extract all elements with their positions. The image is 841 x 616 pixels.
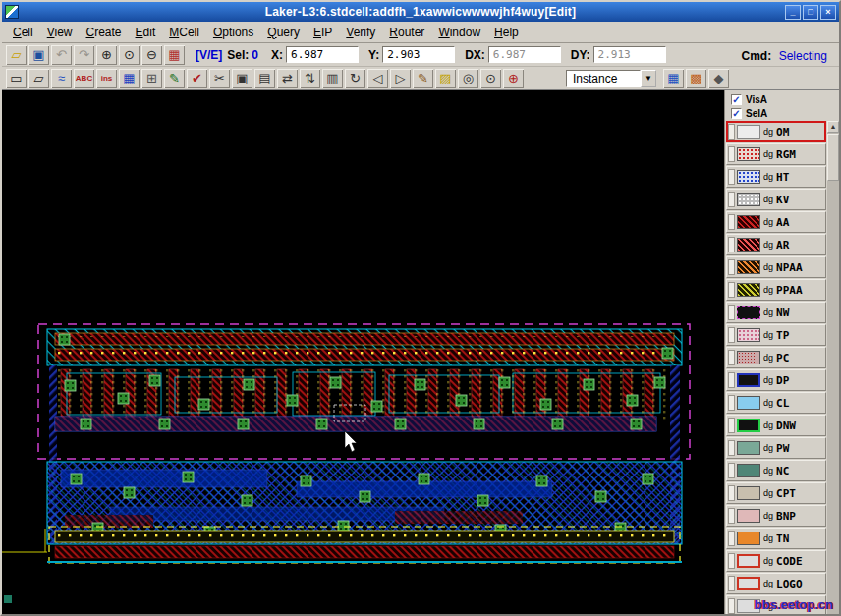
layer-swatch[interactable] [737, 238, 760, 252]
layer-swatch[interactable] [737, 147, 760, 161]
color-palette-button[interactable]: ▩ [686, 69, 706, 88]
layer-visibility-cell[interactable] [728, 237, 735, 252]
cut-button[interactable]: ✂ [209, 69, 230, 88]
layer-row-dp[interactable]: dgDP [726, 369, 826, 391]
menu-options[interactable]: Options [206, 24, 260, 41]
probe-button[interactable]: ◎ [458, 69, 478, 88]
layer-visibility-cell[interactable] [728, 598, 735, 614]
layer-visibility-cell[interactable] [728, 305, 735, 320]
instance-dropdown-value[interactable]: Instance [566, 70, 641, 87]
layer-row-bnp[interactable]: dgBNP [726, 505, 826, 527]
layer-swatch[interactable] [737, 441, 760, 455]
layer-visibility-cell[interactable] [728, 531, 735, 546]
close-button[interactable]: × [820, 5, 836, 20]
fill-brush-button[interactable]: ▨ [435, 69, 456, 88]
mirror-y-button[interactable]: ▷ [390, 69, 411, 88]
chevron-down-icon[interactable]: ▼ [641, 70, 656, 87]
layer-visibility-cell[interactable] [728, 214, 735, 230]
menu-window[interactable]: Window [431, 24, 487, 41]
create-label-button[interactable]: ABC [74, 69, 94, 88]
layer-swatch[interactable] [737, 419, 760, 432]
layer-swatch[interactable] [737, 486, 760, 500]
draw-pencil-button[interactable]: ✎ [413, 69, 433, 88]
layer-row-tn[interactable]: dgTN [726, 528, 826, 549]
layer-row-tp[interactable]: dgTP [726, 324, 826, 346]
draw-rectangle-button[interactable]: ▭ [6, 69, 27, 88]
layer-row-aa[interactable]: dgAA [726, 211, 826, 233]
layer-row-pc[interactable]: dgPC [726, 347, 826, 368]
instance-dropdown[interactable]: Instance ▼ [566, 70, 656, 87]
layer-swatch[interactable] [737, 283, 760, 297]
menu-cell[interactable]: Cell [6, 24, 40, 41]
layer-row-nc[interactable]: dgNC [726, 460, 826, 481]
minimize-button[interactable]: _ [785, 5, 801, 20]
sela-checkbox[interactable]: ✓ [731, 108, 742, 119]
layer-visibility-cell[interactable] [728, 576, 735, 591]
layer-row-pw[interactable]: dgPW [726, 437, 826, 459]
layer-row-dnw[interactable]: dgDNW [726, 415, 826, 436]
layer-swatch[interactable] [737, 554, 760, 568]
layer-visibility-cell[interactable] [728, 169, 735, 185]
layer-visibility-cell[interactable] [728, 553, 735, 569]
copy-button[interactable]: ▣ [232, 69, 252, 88]
layer-row-npaa[interactable]: dgNPAA [726, 256, 826, 278]
layer-visibility-cell[interactable] [728, 508, 735, 524]
layer-row-kv[interactable]: dgKV [726, 189, 826, 210]
layer-visibility-cell[interactable] [728, 463, 735, 478]
layer-visibility-cell[interactable] [728, 192, 735, 207]
dy-field[interactable]: 2.913 [593, 46, 666, 63]
chop-button[interactable]: ▥ [322, 69, 343, 88]
layer-visibility-cell[interactable] [728, 146, 735, 162]
layer-visibility-cell[interactable] [728, 124, 735, 140]
rotate-button[interactable]: ↻ [345, 69, 365, 88]
layer-visibility-cell[interactable] [728, 350, 735, 365]
save-button[interactable]: ▣ [28, 45, 49, 65]
layer-swatch[interactable] [737, 193, 760, 206]
find-next-button[interactable]: ⊕ [503, 69, 524, 88]
layer-grid-button[interactable]: ▦ [164, 45, 185, 65]
layer-panel-button[interactable]: ▦ [663, 69, 684, 88]
menu-create[interactable]: Create [80, 24, 129, 41]
layer-row-cl[interactable]: dgCL [726, 392, 826, 414]
layer-swatch[interactable] [737, 577, 760, 590]
array-instance-button[interactable]: ▦ [119, 69, 140, 88]
menu-query[interactable]: Query [260, 24, 307, 41]
scrollbar-thumb[interactable] [827, 134, 839, 181]
edit-polygon-button[interactable]: ✎ [164, 69, 185, 88]
layer-visibility-cell[interactable] [728, 418, 735, 433]
menu-router[interactable]: Router [382, 24, 431, 41]
layer-swatch[interactable] [737, 351, 760, 364]
diamond-button[interactable]: ◆ [708, 69, 729, 88]
layer-swatch[interactable] [737, 373, 760, 387]
layer-visibility-cell[interactable] [728, 259, 735, 275]
redo-button[interactable]: ↷ [74, 45, 94, 65]
maximize-button[interactable]: □ [803, 5, 818, 20]
layer-row-rgm[interactable]: dgRGM [726, 143, 826, 165]
layer-swatch[interactable] [737, 328, 760, 342]
layer-row-nw[interactable]: dgNW [726, 302, 826, 323]
y-coordinate-field[interactable]: 2.903 [382, 46, 455, 63]
menu-verify[interactable]: Verify [339, 24, 382, 41]
layer-swatch[interactable] [737, 396, 760, 410]
merge-button[interactable]: ▤ [254, 69, 275, 88]
snap-grid-button[interactable]: ⊞ [141, 69, 162, 88]
layout-canvas-area[interactable] [2, 90, 724, 614]
layer-swatch[interactable] [737, 170, 760, 184]
menu-edit[interactable]: Edit [129, 24, 163, 41]
undo-button[interactable]: ↶ [51, 45, 72, 65]
layer-visibility-cell[interactable] [728, 282, 735, 298]
draw-polygon-button[interactable]: ▱ [28, 69, 49, 88]
layer-row-ar[interactable]: dgAR [726, 234, 826, 255]
layer-swatch[interactable] [737, 509, 760, 523]
layer-row-om[interactable]: dgOM [726, 121, 826, 142]
layer-row-logo[interactable]: dgLOGO [726, 573, 826, 594]
layer-swatch[interactable] [737, 464, 760, 477]
layer-visibility-cell[interactable] [728, 440, 735, 456]
layer-row-ppaa[interactable]: dgPPAA [726, 279, 826, 301]
layer-visibility-cell[interactable] [728, 395, 735, 411]
x-coordinate-field[interactable]: 6.987 [286, 46, 359, 63]
layer-visibility-cell[interactable] [728, 485, 735, 501]
zoom-in-button[interactable]: ⊕ [96, 45, 117, 65]
scroll-up-icon[interactable]: ▲ [827, 121, 839, 133]
layer-row-ht[interactable]: dgHT [726, 166, 826, 188]
